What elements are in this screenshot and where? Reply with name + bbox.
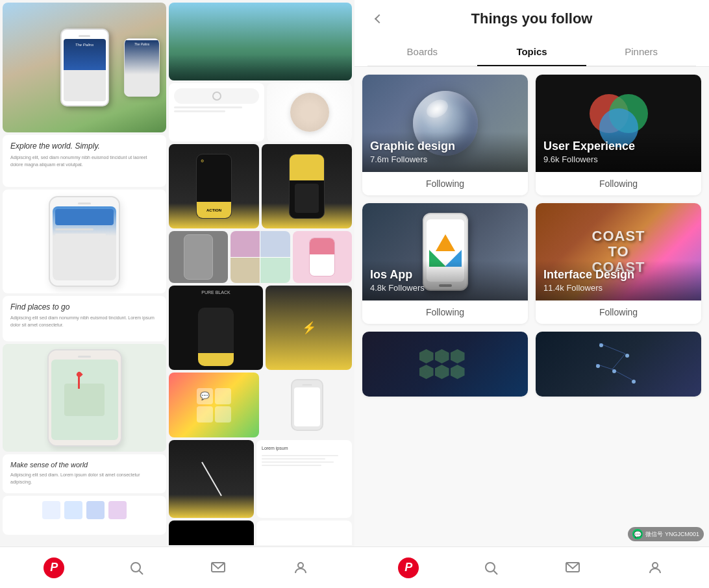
svg-line-4 [599,343,625,354]
pin-flower[interactable] [267,83,352,141]
topic-name-user-experience: User Experience [543,140,693,153]
left-feed[interactable]: The Palins The Palins Explore the world.… [0,0,354,546]
hex-6 [451,365,465,379]
pin-mono-phone[interactable] [262,373,352,437]
tab-boards[interactable]: Boards [367,38,477,66]
topic-user-experience[interactable]: User Experience 9.6k Followers Following [536,75,701,195]
follow-btn-interface-design[interactable]: Following [536,300,701,324]
topic-image-6 [536,332,701,397]
pin-dark-ui-1[interactable]: ACTION ⚙ [169,144,259,228]
pin-dark-phone-2[interactable]: PURE BLACK [169,286,263,370]
topics-scroll[interactable]: Graphic design 7.6m Followers Following [354,67,709,546]
pinterest-logo-right[interactable]: P [398,557,419,578]
pin-gray-phone[interactable] [169,231,228,283]
hex-5 [435,365,449,379]
right-search-nav-btn[interactable] [477,554,505,582]
topic-image-user-experience: User Experience 9.6k Followers [536,75,701,172]
pin-final-dark[interactable]: CONNECT [169,521,254,545]
back-button[interactable] [367,8,388,29]
watermark-text: 微信号 YNGJCM001 [645,530,699,539]
pin-travel[interactable] [169,3,352,80]
pin-dark-wand[interactable] [169,440,254,518]
pin-text-2[interactable]: Find places to go Adipiscing elit sed di… [3,296,166,341]
search-nav-btn[interactable] [122,554,151,582]
pin-final-white[interactable]: Lorem ipsum [256,521,352,545]
pin-map[interactable] [3,344,166,452]
hex-2 [435,349,449,363]
messages-nav-btn[interactable] [204,554,232,582]
right-messages-nav-btn[interactable] [558,554,587,582]
topic-6[interactable] [536,332,701,397]
coast-text-2: TO [592,244,645,260]
topic-name-graphic-design: Graphic design [370,140,520,153]
topic-followers-ios-app: 4.8k Followers [370,283,520,293]
topic-overlay-graphic-design: Graphic design 7.6m Followers [362,132,528,172]
left-panel: The Palins The Palins Explore the world.… [0,0,354,588]
profile-icon [293,560,308,576]
pin-phone-1[interactable] [3,190,166,293]
pin-hero[interactable]: The Palins The Palins [3,3,166,132]
hex-3 [451,349,465,363]
topic-interface-design[interactable]: COAST TO COAST Interface Design 11.4k Fo… [536,203,701,324]
pin-photo-collage[interactable] [230,231,290,283]
hex-1 [419,349,434,363]
follow-btn-graphic-design[interactable]: Following [362,172,528,195]
wechat-icon: 💬 [632,529,643,539]
topic-followers-graphic-design: 7.6m Followers [370,154,520,164]
right-header: Things you follow Boards Topics Pinners [354,0,709,67]
pin-text-1[interactable]: Explore the world. Simply. Adipiscing el… [3,135,166,187]
tab-pinners[interactable]: Pinners [586,38,696,66]
topic-followers-interface-design: 11.4k Followers [543,283,693,293]
topic-graphic-design[interactable]: Graphic design 7.6m Followers Following [362,75,528,195]
topic-overlay-user-experience: User Experience 9.6k Followers [536,132,701,172]
svg-line-7 [596,364,612,369]
pinterest-logo-left[interactable]: P [44,557,64,578]
topics-grid: Graphic design 7.6m Followers Following [362,75,701,397]
right-bottom-nav: P [354,546,709,588]
pin-colorful[interactable]: 💬 [169,373,259,437]
svg-point-8 [486,563,495,572]
home-nav-btn[interactable]: P [40,554,68,582]
topic-overlay-interface-design: Interface Design 11.4k Followers [536,260,701,300]
pin-yellow-action[interactable]: ⚡ [266,286,352,370]
topic-image-interface-design: COAST TO COAST Interface Design 11.4k Fo… [536,203,701,300]
topic-5[interactable] [362,332,528,397]
follow-btn-ios-app[interactable]: Following [362,300,528,324]
pin-pink-ui[interactable] [293,231,352,283]
topic-image-ios-app: Ios App 4.8k Followers [362,203,528,300]
page-title: Things you follow [471,10,593,27]
right-home-nav-btn[interactable]: P [394,554,423,582]
svg-point-3 [298,563,303,568]
topic-followers-user-experience: 9.6k Followers [543,154,693,164]
follow-btn-user-experience[interactable]: Following [536,172,701,195]
svg-line-1 [139,570,143,574]
topic-overlay-ios-app: Ios App 4.8k Followers [362,260,528,300]
svg-line-9 [493,570,497,574]
svg-line-6 [612,369,632,380]
svg-point-0 [131,563,140,572]
left-bottom-nav: P [0,546,354,588]
tab-topics[interactable]: Topics [477,38,587,66]
right-profile-nav-btn[interactable] [641,554,669,582]
right-profile-icon [647,560,663,576]
search-icon [129,560,144,576]
pin-text-3[interactable]: Make sense of the world Adipiscing elit … [3,454,166,493]
hex-4 [419,365,434,379]
pin-search-ui[interactable] [169,83,264,141]
coast-text-1: COAST [592,228,645,244]
topic-name-interface-design: Interface Design [543,268,693,282]
right-search-icon [483,560,499,576]
topic-ios-app[interactable]: Ios App 4.8k Followers Following [362,203,528,324]
right-panel: Things you follow Boards Topics Pinners … [354,0,709,588]
right-messages-icon [565,560,580,576]
back-chevron-icon [375,14,384,23]
honeycomb-decoration [419,349,471,379]
pin-text-content[interactable]: Lorem ipsum [256,440,352,518]
svg-line-5 [612,354,625,369]
pin-dark-ui-2[interactable] [262,144,352,228]
profile-nav-btn[interactable] [286,554,315,582]
topic-image-5 [362,332,528,397]
pin-icons-row[interactable] [3,496,166,535]
svg-point-11 [653,563,658,568]
watermark-badge: 💬 微信号 YNGJCM001 [628,527,704,541]
